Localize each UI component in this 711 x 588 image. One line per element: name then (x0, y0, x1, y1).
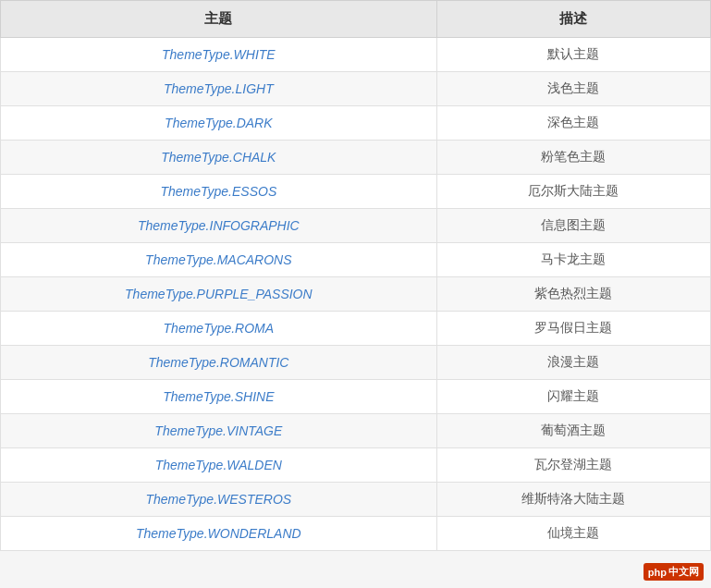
table-row: ThemeType.ESSOS厄尔斯大陆主题 (1, 175, 711, 209)
table-header-row: 主题 描述 (1, 1, 711, 38)
table-row: ThemeType.MACARONS马卡龙主题 (1, 243, 711, 277)
table-row: ThemeType.CHALK粉笔色主题 (1, 141, 711, 175)
theme-cell: ThemeType.PURPLE_PASSION (1, 277, 437, 312)
theme-cell: ThemeType.VINTAGE (1, 414, 437, 448)
php-badge-subtext: 中文网 (668, 565, 699, 579)
table-row: ThemeType.WONDERLAND仙境主题 (1, 517, 711, 551)
desc-cell: 浪漫主题 (436, 346, 710, 380)
desc-cell: 维斯特洛大陆主题 (436, 483, 710, 517)
theme-cell: ThemeType.WESTEROS (1, 483, 437, 517)
desc-cell: 信息图主题 (436, 209, 710, 243)
desc-cell: 深色主题 (436, 106, 710, 141)
desc-cell: 葡萄酒主题 (436, 414, 710, 448)
table-row: ThemeType.VINTAGE葡萄酒主题 (1, 414, 711, 448)
desc-cell: 浅色主题 (436, 72, 710, 106)
desc-cell: 马卡龙主题 (436, 243, 710, 277)
theme-cell: ThemeType.INFOGRAPHIC (1, 209, 437, 243)
desc-cell: 仙境主题 (436, 517, 710, 551)
table-row: ThemeType.WHITE默认主题 (1, 38, 711, 72)
table-row: ThemeType.WALDEN瓦尔登湖主题 (1, 448, 711, 483)
desc-cell: 瓦尔登湖主题 (436, 448, 710, 483)
table-row: ThemeType.ROMA罗马假日主题 (1, 312, 711, 346)
table-row: ThemeType.SHINE闪耀主题 (1, 380, 711, 414)
theme-cell: ThemeType.MACARONS (1, 243, 437, 277)
column-header-theme: 主题 (1, 1, 437, 38)
theme-cell: ThemeType.DARK (1, 106, 437, 141)
theme-cell: ThemeType.ESSOS (1, 175, 437, 209)
php-badge[interactable]: php 中文网 (644, 563, 704, 581)
table-row: ThemeType.ROMANTIC浪漫主题 (1, 346, 711, 380)
theme-cell: ThemeType.WONDERLAND (1, 517, 437, 551)
desc-cell: 粉笔色主题 (436, 141, 710, 175)
table-container: 主题 描述 ThemeType.WHITE默认主题ThemeType.LIGHT… (0, 0, 711, 551)
desc-cell: 闪耀主题 (436, 380, 710, 414)
theme-cell: ThemeType.LIGHT (1, 72, 437, 106)
desc-cell: 默认主题 (436, 38, 710, 72)
theme-cell: ThemeType.ROMA (1, 312, 437, 346)
table-row: ThemeType.INFOGRAPHIC信息图主题 (1, 209, 711, 243)
desc-cell: 厄尔斯大陆主题 (436, 175, 710, 209)
theme-cell: ThemeType.CHALK (1, 141, 437, 175)
table-row: ThemeType.PURPLE_PASSION紫色热烈主题 (1, 277, 711, 312)
table-row: ThemeType.LIGHT浅色主题 (1, 72, 711, 106)
column-header-desc: 描述 (436, 1, 710, 38)
desc-cell: 罗马假日主题 (436, 312, 710, 346)
theme-cell: ThemeType.SHINE (1, 380, 437, 414)
table-row: ThemeType.DARK深色主题 (1, 106, 711, 141)
theme-table: 主题 描述 ThemeType.WHITE默认主题ThemeType.LIGHT… (0, 0, 711, 551)
theme-cell: ThemeType.WHITE (1, 38, 437, 72)
php-badge-text: php (648, 567, 667, 578)
table-row: ThemeType.WESTEROS维斯特洛大陆主题 (1, 483, 711, 517)
desc-cell: 紫色热烈主题 (436, 277, 710, 312)
theme-cell: ThemeType.ROMANTIC (1, 346, 437, 380)
table-body: ThemeType.WHITE默认主题ThemeType.LIGHT浅色主题Th… (1, 38, 711, 551)
theme-cell: ThemeType.WALDEN (1, 448, 437, 483)
